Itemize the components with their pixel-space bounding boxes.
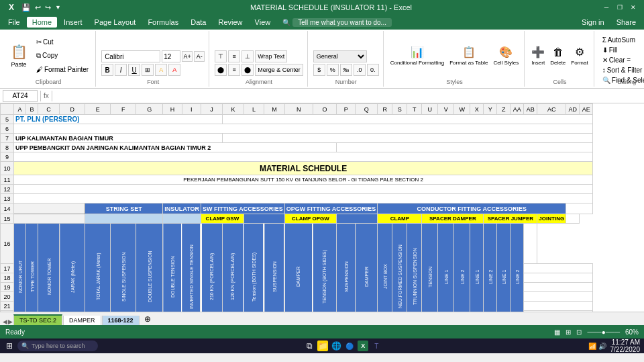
col-F[interactable]: F: [111, 104, 136, 115]
volume-icon[interactable]: 🔊: [598, 343, 606, 350]
sheet-wrapper[interactable]: A B C D E F G H I J K L M N O P Q: [0, 103, 644, 312]
col-AD[interactable]: AD: [566, 104, 580, 115]
align-right-button[interactable]: ⬤: [241, 64, 254, 76]
network-icon[interactable]: 📶: [588, 343, 596, 350]
cell-pekerjaan[interactable]: PEKERJAAN PEMBANGUNAN SUTT 150 KV GI TAN…: [14, 175, 593, 185]
autosum-button[interactable]: Σ AutoSum: [600, 36, 644, 44]
font-size-input[interactable]: [162, 50, 180, 62]
col-J[interactable]: J: [201, 104, 223, 115]
conditional-formatting-button[interactable]: 📊 Conditional Formatting: [389, 44, 445, 67]
menu-home[interactable]: Home: [27, 17, 57, 28]
col-AE[interactable]: AE: [580, 104, 593, 115]
col-M[interactable]: M: [264, 104, 284, 115]
menu-view[interactable]: View: [250, 17, 276, 28]
col-AA[interactable]: AA: [511, 104, 524, 115]
menu-formulas[interactable]: Formulas: [142, 17, 184, 28]
col-H[interactable]: H: [163, 104, 182, 115]
damper-label[interactable]: DAMPER: [63, 316, 101, 325]
excel-taskbar-icon[interactable]: X: [358, 341, 368, 351]
col-S[interactable]: S: [392, 104, 407, 115]
cut-button[interactable]: ✂ Cut: [34, 36, 91, 48]
active-sheet-tab[interactable]: TS-TD SEC.2: [13, 314, 62, 325]
font-name-input[interactable]: [101, 50, 160, 62]
col-A[interactable]: A: [14, 104, 26, 115]
delete-cells-button[interactable]: 🗑 Delete: [549, 45, 567, 67]
italic-button[interactable]: I: [115, 64, 127, 76]
inc-decimal-button[interactable]: .0: [354, 64, 366, 76]
col-AB[interactable]: AB: [524, 104, 537, 115]
quick-access-undo[interactable]: ↩: [35, 3, 41, 12]
bold-button[interactable]: B: [101, 64, 113, 76]
sheet-scroll-left[interactable]: ◀: [3, 318, 7, 325]
col-T[interactable]: T: [407, 104, 422, 115]
cell-reference-box[interactable]: [3, 90, 38, 102]
col-I[interactable]: I: [182, 104, 201, 115]
quick-access-save[interactable]: 💾: [21, 3, 31, 12]
col-Z[interactable]: Z: [497, 104, 511, 115]
minimize-button[interactable]: ─: [601, 2, 612, 13]
cell-material-schedule[interactable]: MATERIAL SCHEDULE: [14, 162, 593, 175]
col-D[interactable]: D: [60, 104, 85, 115]
format-table-button[interactable]: 📋 Format as Table: [448, 44, 489, 67]
align-bottom-button[interactable]: ⊥: [241, 50, 254, 62]
quick-access-dropdown[interactable]: ▼: [55, 4, 61, 11]
align-middle-button[interactable]: ≡: [228, 50, 240, 62]
col-L[interactable]: L: [244, 104, 264, 115]
chrome-icon[interactable]: 🔵: [344, 341, 355, 351]
font-color-button[interactable]: A: [168, 64, 180, 76]
code-label[interactable]: 1168-122: [102, 316, 140, 325]
col-O[interactable]: O: [313, 104, 337, 115]
page-break-button[interactable]: ⊡: [576, 328, 582, 336]
cell-pln-persero[interactable]: PT. PLN (PERSERO): [14, 115, 223, 124]
col-E[interactable]: E: [85, 104, 111, 115]
col-U[interactable]: U: [422, 104, 438, 115]
dec-decimal-button[interactable]: 0.: [367, 64, 379, 76]
font-size-decrease[interactable]: A-: [194, 51, 205, 62]
col-Y[interactable]: Y: [484, 104, 497, 115]
col-W[interactable]: W: [454, 104, 470, 115]
wrap-text-button[interactable]: Wrap Text: [255, 50, 287, 62]
col-Q[interactable]: Q: [356, 104, 378, 115]
signin-button[interactable]: Sign in: [576, 17, 610, 28]
fill-button[interactable]: ⬇ Fill: [600, 46, 644, 54]
col-R[interactable]: R: [378, 104, 392, 115]
decimal-button[interactable]: ‰: [340, 64, 352, 76]
border-button[interactable]: ⊞: [142, 64, 154, 76]
font-size-increase[interactable]: A+: [182, 51, 193, 62]
clock-area[interactable]: 11:27 AM 7/22/2020: [610, 338, 641, 353]
edge-icon[interactable]: 🌐: [331, 341, 341, 351]
col-X[interactable]: X: [470, 104, 484, 115]
format-cells-button[interactable]: ⚙ Format: [570, 44, 589, 67]
cell-upp-label[interactable]: UPP PEMBANGKIT DAN JARINGAN KALIMANTAN B…: [14, 143, 337, 152]
windows-start-button[interactable]: ⊞: [4, 341, 15, 351]
align-top-button[interactable]: ⊤: [215, 50, 227, 62]
col-P[interactable]: P: [337, 104, 356, 115]
sort-filter-button[interactable]: ↕ Sort & Filter: [600, 66, 644, 75]
col-B[interactable]: B: [26, 104, 38, 115]
menu-insert[interactable]: Insert: [58, 17, 88, 28]
add-sheet-button[interactable]: ⊕: [140, 313, 155, 325]
task-view-button[interactable]: ⧉: [304, 341, 315, 351]
percent-button[interactable]: $: [313, 64, 325, 76]
fill-color-button[interactable]: A: [155, 64, 167, 76]
paste-button[interactable]: 📋 Paste: [5, 36, 32, 76]
quick-access-redo[interactable]: ↪: [45, 3, 51, 12]
restore-button[interactable]: ❐: [614, 2, 625, 13]
copy-button[interactable]: ⧉ Copy: [34, 50, 91, 62]
menu-data[interactable]: Data: [185, 17, 211, 28]
zoom-slider[interactable]: ───●───: [587, 328, 620, 336]
format-painter-button[interactable]: 🖌 Format Painter: [34, 63, 91, 75]
align-center-button[interactable]: ≡: [228, 64, 240, 76]
cell-uip-label[interactable]: UIP KALIMANTAN BAGIAN TIMUR: [14, 134, 223, 143]
menu-page-layout[interactable]: Page Layout: [89, 17, 142, 28]
menu-review[interactable]: Review: [213, 17, 248, 28]
windows-search[interactable]: 🔍 Type here to search: [17, 341, 98, 351]
number-format-select[interactable]: General: [313, 50, 367, 62]
col-V[interactable]: V: [438, 104, 454, 115]
clear-button[interactable]: ✕ Clear =: [600, 56, 644, 64]
formula-input[interactable]: [55, 90, 641, 102]
page-layout-button[interactable]: ⊞: [566, 328, 571, 336]
comma-button[interactable]: %: [327, 64, 339, 76]
teams-icon[interactable]: T: [371, 341, 382, 351]
underline-button[interactable]: U: [128, 64, 140, 76]
